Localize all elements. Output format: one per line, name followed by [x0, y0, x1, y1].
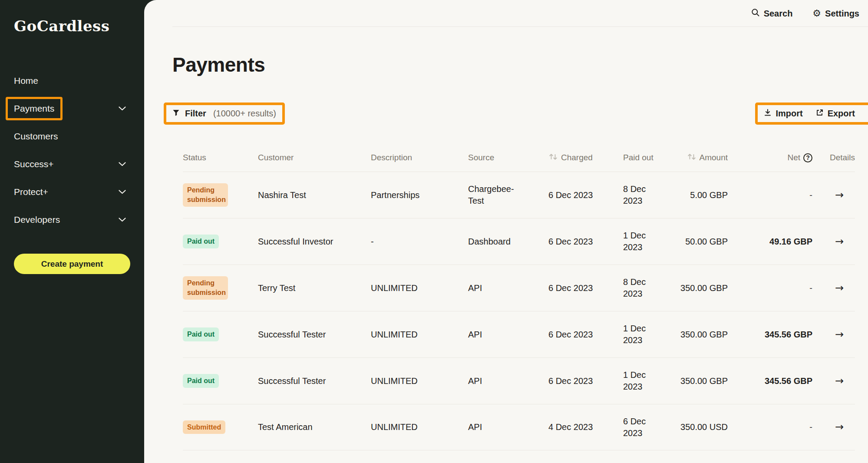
- payments-table-body: Pending submission Nashira Test Partners…: [183, 172, 855, 450]
- sidebar-item-home[interactable]: Home: [14, 67, 144, 95]
- import-export-group: Import Export: [764, 109, 855, 119]
- paid-out-cell: 6 Dec 2023: [623, 416, 671, 439]
- chevron-down-icon[interactable]: [119, 162, 126, 166]
- filter-label: Filter: [185, 109, 206, 119]
- details-cell: →: [812, 235, 855, 248]
- amount-cell: 350.00 GBP: [671, 329, 728, 341]
- table-row[interactable]: Pending submission Nashira Test Partners…: [183, 172, 855, 218]
- details-arrow-icon[interactable]: →: [835, 328, 844, 341]
- amount-cell: 350.00 USD: [671, 421, 728, 433]
- charged-cell: 6 Dec 2023: [548, 189, 623, 201]
- gear-icon: ⚙: [812, 9, 821, 18]
- status-cell: Submitted: [183, 420, 258, 434]
- content-area: Payments Filter (10000+ results): [144, 53, 868, 450]
- main-panel: Search ⚙ Settings Payments Filter (10000…: [144, 0, 868, 463]
- sidebar-item-label: Home: [14, 76, 38, 86]
- charged-cell: 4 Dec 2023: [548, 421, 623, 433]
- column-header-paid-out: Paid out: [623, 153, 671, 162]
- status-cell: Pending submission: [183, 276, 258, 299]
- net-cell: 345.56 GBP: [728, 329, 812, 341]
- settings-button[interactable]: ⚙ Settings: [812, 9, 859, 19]
- table-row[interactable]: Pending submission Terry Test UNLIMITED …: [183, 265, 855, 311]
- filter-funnel-icon: [172, 109, 180, 119]
- help-icon[interactable]: ?: [803, 153, 812, 162]
- net-cell: 49.16 GBP: [728, 236, 812, 248]
- sort-icon[interactable]: [687, 152, 696, 163]
- description-cell: UNLIMITED: [371, 421, 468, 433]
- paid-out-cell: 8 Dec 2023: [623, 183, 671, 207]
- table-row[interactable]: Paid out Successful Tester UNLIMITED API…: [183, 357, 855, 404]
- charged-cell: 6 Dec 2023: [548, 236, 623, 248]
- details-cell: →: [812, 281, 855, 295]
- create-payment-button[interactable]: Create payment: [14, 254, 130, 274]
- amount-cell: 350.00 GBP: [671, 282, 728, 294]
- status-cell: Paid out: [183, 327, 258, 341]
- sort-icon[interactable]: [548, 152, 558, 163]
- search-button[interactable]: Search: [751, 8, 793, 19]
- chevron-down-icon[interactable]: [119, 218, 126, 222]
- details-arrow-icon[interactable]: →: [835, 235, 844, 248]
- filter-button[interactable]: Filter (10000+ results): [172, 109, 276, 119]
- sidebar-item-customers[interactable]: Customers: [14, 122, 144, 150]
- sidebar-item-label: Developers: [14, 215, 60, 225]
- details-cell: →: [812, 374, 855, 388]
- sidebar-item-label: Success+: [14, 159, 54, 169]
- column-header-customer: Customer: [258, 153, 371, 162]
- source-cell: API: [468, 329, 520, 341]
- details-arrow-icon[interactable]: →: [835, 375, 844, 387]
- sidebar-item-protect-plus[interactable]: Protect+: [14, 178, 144, 206]
- status-badge: Paid out: [183, 374, 219, 388]
- charged-cell: 6 Dec 2023: [548, 282, 623, 294]
- status-badge: Submitted: [183, 420, 225, 434]
- source-cell: Chargebee-Test: [468, 183, 520, 207]
- table-header-row: Status Customer Description Source Charg…: [183, 144, 855, 172]
- customer-cell: Successful Tester: [258, 329, 371, 341]
- column-header-details: Details: [812, 153, 855, 162]
- column-header-charged[interactable]: Charged: [548, 152, 623, 163]
- import-export-annotation-highlight: Import Export: [755, 103, 868, 125]
- toolbar: Filter (10000+ results) Import: [172, 103, 855, 125]
- topbar: Search ⚙ Settings: [144, 0, 868, 27]
- description-cell: UNLIMITED: [371, 375, 468, 387]
- export-button[interactable]: Export: [816, 109, 855, 119]
- net-cell: 345.56 GBP: [728, 375, 812, 387]
- description-cell: -: [371, 236, 468, 248]
- app-window: GoCardless Home Payments Customers Succe…: [0, 0, 868, 463]
- paid-out-cell: 8 Dec 2023: [623, 276, 671, 300]
- settings-label: Settings: [825, 9, 859, 19]
- results-count: (10000+ results): [213, 109, 276, 119]
- charged-cell: 6 Dec 2023: [548, 329, 623, 341]
- description-cell: UNLIMITED: [371, 329, 468, 341]
- chevron-down-icon[interactable]: [119, 190, 126, 194]
- status-cell: Paid out: [183, 235, 258, 248]
- details-cell: →: [812, 188, 855, 202]
- source-cell: Dashboard: [468, 236, 520, 248]
- sidebar-item-success-plus[interactable]: Success+: [14, 150, 144, 178]
- amount-cell: 5.00 GBP: [671, 189, 728, 201]
- details-arrow-icon[interactable]: →: [835, 282, 844, 294]
- sidebar-item-payments[interactable]: Payments: [14, 95, 144, 122]
- sidebar-item-label: Protect+: [14, 187, 48, 197]
- paid-out-cell: 1 Dec 2023: [623, 230, 671, 253]
- customer-cell: Successful Tester: [258, 375, 371, 387]
- import-button[interactable]: Import: [764, 109, 802, 119]
- sidebar: GoCardless Home Payments Customers Succe…: [0, 0, 144, 463]
- source-cell: API: [468, 375, 520, 387]
- external-link-icon: [816, 109, 824, 119]
- chevron-down-icon[interactable]: [119, 106, 126, 111]
- column-header-status: Status: [183, 153, 258, 162]
- status-badge: Paid out: [183, 235, 219, 248]
- description-cell: Partnerships: [371, 189, 468, 201]
- sidebar-item-label: Customers: [14, 131, 58, 142]
- net-cell: -: [728, 189, 812, 201]
- export-label: Export: [828, 109, 855, 119]
- table-row[interactable]: Paid out Successful Investor - Dashboard…: [183, 218, 855, 265]
- sidebar-item-developers[interactable]: Developers: [14, 206, 144, 234]
- column-header-amount[interactable]: Amount: [671, 152, 728, 163]
- details-arrow-icon[interactable]: →: [835, 189, 844, 201]
- status-badge: Pending submission: [183, 276, 228, 299]
- table-row[interactable]: Submitted Test American UNLIMITED API 4 …: [183, 404, 855, 450]
- details-arrow-icon[interactable]: →: [835, 421, 844, 433]
- column-header-source: Source: [468, 153, 548, 162]
- table-row[interactable]: Paid out Successful Tester UNLIMITED API…: [183, 311, 855, 357]
